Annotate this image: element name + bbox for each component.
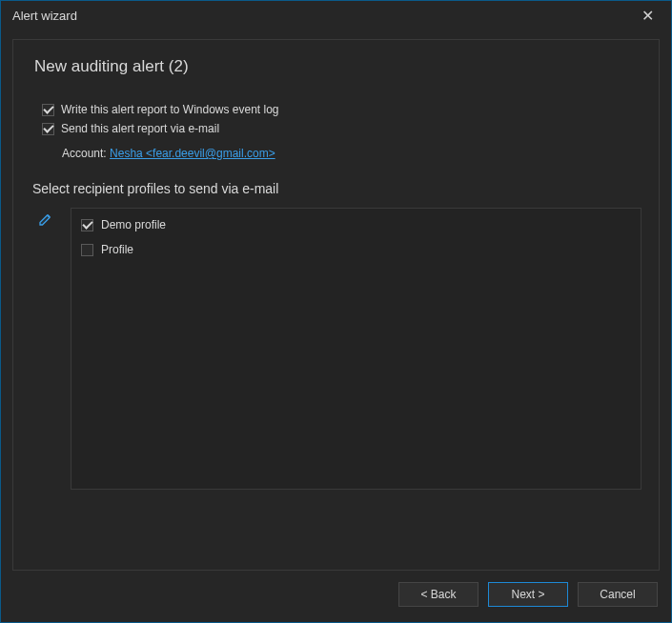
send-email-option[interactable]: Send this alert report via e-mail (42, 122, 641, 135)
close-icon[interactable]: ✕ (634, 5, 662, 27)
profiles-listbox: Demo profile Profile (71, 208, 641, 490)
cancel-button[interactable]: Cancel (578, 582, 658, 607)
account-row: Account: Nesha <fear.deevil@gmail.com> (62, 147, 641, 160)
send-email-checkbox[interactable] (42, 123, 54, 135)
content-area: New auditing alert (2) Write this alert … (1, 30, 671, 571)
back-button[interactable]: < Back (398, 582, 479, 607)
profile-item-demo[interactable]: Demo profile (81, 218, 631, 231)
account-label: Account: (62, 147, 107, 160)
title-bar: Alert wizard ✕ (1, 1, 671, 30)
profile-checkbox[interactable] (81, 219, 93, 231)
window-title: Alert wizard (12, 9, 77, 23)
profile-label: Demo profile (101, 218, 166, 231)
profile-checkbox[interactable] (81, 244, 93, 256)
profiles-header: Select recipient profiles to send via e-… (32, 181, 641, 196)
send-email-label: Send this alert report via e-mail (61, 122, 219, 135)
profile-label: Profile (101, 243, 133, 256)
inner-panel: New auditing alert (2) Write this alert … (12, 39, 660, 571)
account-link[interactable]: Nesha <fear.deevil@gmail.com> (110, 147, 275, 160)
button-bar: < Back Next > Cancel (1, 571, 671, 622)
next-button[interactable]: Next > (488, 582, 568, 607)
alert-title: New auditing alert (2) (34, 57, 641, 76)
write-event-log-checkbox[interactable] (42, 104, 54, 116)
alert-wizard-window: Alert wizard ✕ New auditing alert (2) Wr… (0, 0, 672, 623)
write-event-log-option[interactable]: Write this alert report to Windows event… (42, 103, 641, 116)
profiles-row: Demo profile Profile (38, 208, 641, 553)
write-event-log-label: Write this alert report to Windows event… (61, 103, 279, 116)
profile-item-profile[interactable]: Profile (81, 243, 631, 256)
edit-icon[interactable] (38, 213, 53, 230)
edit-column (38, 208, 57, 553)
